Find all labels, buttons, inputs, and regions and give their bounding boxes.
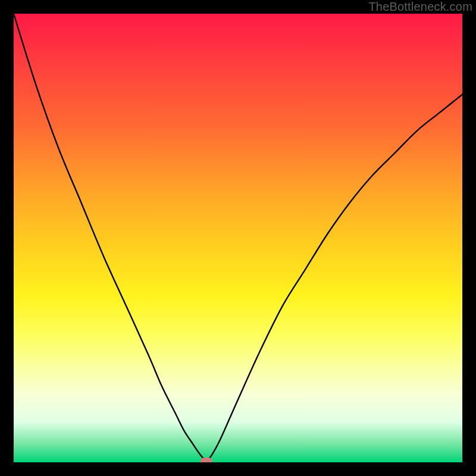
bottleneck-marker — [201, 458, 212, 462]
plot-area — [14, 14, 462, 462]
chart-frame: TheBottleneck.com — [0, 0, 476, 476]
watermark-label: TheBottleneck.com — [368, 0, 472, 14]
bottleneck-curve — [14, 14, 462, 462]
